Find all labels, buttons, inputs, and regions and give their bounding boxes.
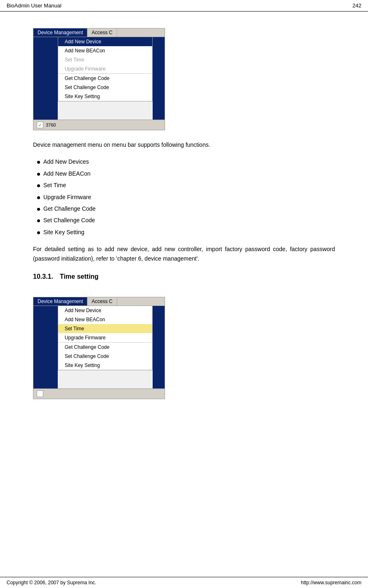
page-header: BioAdmin User Manual 242 [0, 0, 368, 12]
screenshot-body-2: Add New Device Add New BEACon Set Time U… [33, 306, 165, 388]
bullet-dot-7 [37, 231, 40, 234]
menu-item-get-challenge-2[interactable]: Get Challenge Code [58, 342, 152, 352]
right-panel-blue-2 [153, 306, 165, 388]
bullet-list: Add New Devices Add New BEACon Set Time … [33, 156, 335, 238]
dropdown-area-2: Add New Device Add New BEACon Set Time U… [58, 306, 153, 388]
screenshot-bottom-1: ✓ 3760 [33, 120, 165, 130]
menu-item-site-key-2[interactable]: Site Key Setting [58, 361, 152, 370]
menu-bar-1: Device Management Access C [33, 28, 165, 37]
checkbox-icon-2 [37, 390, 43, 397]
menu-item-set-challenge-2[interactable]: Set Challenge Code [58, 352, 152, 361]
menu-item-add-new-beacon-1[interactable]: Add New BEACon [58, 46, 152, 55]
bullet-dot-4 [37, 196, 40, 199]
right-content-2 [58, 370, 153, 387]
main-content: Device Management Access C Add New Devic… [0, 12, 368, 434]
menu-dropdown-1: Add New Device Add New BEACon Set Time U… [58, 37, 153, 101]
menu-item-set-challenge-1[interactable]: Set Challenge Code [58, 83, 152, 92]
menu-bar-device-management[interactable]: Device Management [33, 28, 87, 37]
screenshot-2: Device Management Access C Add New Devic… [33, 297, 165, 399]
screenshot-bottom-2 [33, 388, 165, 399]
menu-bar-access[interactable]: Access C [87, 28, 117, 37]
section-number: 10.3.1. [33, 273, 53, 280]
intro-text: Device management menu on menu bar suppo… [33, 140, 335, 149]
screenshot-body-1: Add New Device Add New BEACon Set Time U… [33, 37, 165, 120]
bullet-dot-1 [37, 161, 40, 164]
menu-item-set-time-1: Set Time [58, 55, 152, 64]
menu-item-get-challenge-1[interactable]: Get Challenge Code [58, 73, 152, 83]
section-title: Time setting [60, 273, 99, 280]
bullet-dot-3 [37, 184, 40, 187]
right-content-1 [58, 101, 153, 118]
list-item-6: Set Challenge Code [37, 214, 335, 226]
bullet-dot-6 [37, 219, 40, 222]
page-footer: Copyright © 2006, 2007 by Suprema Inc. h… [0, 577, 368, 588]
paragraph-text: For detailed setting as to add new devic… [33, 245, 335, 263]
menu-item-add-new-device-1[interactable]: Add New Device [58, 37, 152, 46]
page-number: 242 [352, 2, 361, 9]
list-item-4: Upgrade Firmware [37, 191, 335, 203]
menu-item-set-time-2[interactable]: Set Time [58, 324, 152, 333]
footer-website: http://www.supremainc.com [301, 580, 361, 586]
dropdown-area-1: Add New Device Add New BEACon Set Time U… [58, 37, 153, 120]
screenshot-1: Device Management Access C Add New Devic… [33, 28, 165, 130]
checkbox-icon-1: ✓ [37, 122, 43, 128]
menu-item-add-new-beacon-2[interactable]: Add New BEACon [58, 315, 152, 324]
menu-bar-2: Device Management Access C [33, 297, 165, 306]
bullet-dot-5 [37, 208, 40, 211]
list-item-7: Site Key Setting [37, 226, 335, 238]
bullet-dot-2 [37, 173, 40, 176]
menu-bar-device-management-2[interactable]: Device Management [33, 297, 87, 306]
menu-bar-access-2[interactable]: Access C [87, 297, 117, 306]
menu-item-site-key-1[interactable]: Site Key Setting [58, 92, 152, 101]
menu-item-upgrade-firmware-2[interactable]: Upgrade Firmware [58, 333, 152, 342]
list-item-1: Add New Devices [37, 156, 335, 167]
list-item-5: Get Challenge Code [37, 203, 335, 214]
section-heading: 10.3.1. Time setting [33, 273, 335, 280]
left-panel-1 [33, 37, 58, 120]
manual-title: BioAdmin User Manual [7, 2, 61, 9]
right-panel-blue-1 [153, 37, 165, 120]
menu-item-upgrade-firmware-1: Upgrade Firmware [58, 64, 152, 73]
menu-item-add-new-device-2[interactable]: Add New Device [58, 306, 152, 315]
menu-dropdown-2: Add New Device Add New BEACon Set Time U… [58, 306, 153, 370]
list-item-2: Add New BEACon [37, 168, 335, 179]
left-panel-2 [33, 306, 58, 388]
bottom-number-1: 3760 [46, 122, 56, 127]
list-item-3: Set Time [37, 179, 335, 191]
footer-copyright: Copyright © 2006, 2007 by Suprema Inc. [7, 580, 97, 586]
